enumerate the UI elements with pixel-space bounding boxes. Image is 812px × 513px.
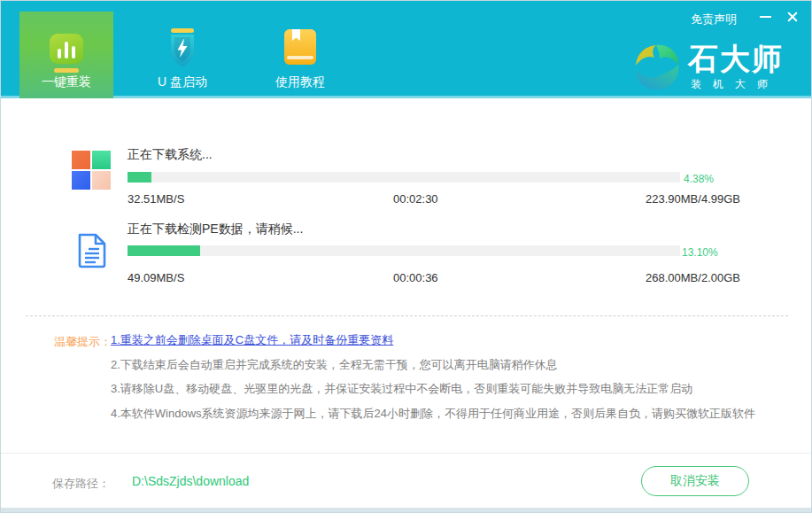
shield-lightning-icon [167, 28, 197, 67]
tip-item-3: 3.请移除U盘、移动硬盘、光驱里的光盘，并保证安装过程中不会断电，否则重装可能失… [111, 377, 755, 401]
tip-item-4: 4.本软件Windows系统资源均来源于网上，请下载后24小时删除，不得用于任何… [111, 401, 755, 426]
system-progress-percent: 4.38% [684, 173, 714, 185]
app-logo: 石大师 装机大师 [633, 42, 784, 92]
pe-time-remaining: 00:00:36 [393, 271, 438, 284]
tips-list: 1.重装之前会删除桌面及C盘文件，请及时备份重要资料 2.下载结束后会自动重启并… [111, 328, 755, 425]
pe-progress-fill [128, 245, 200, 256]
bar-chart-icon [50, 34, 83, 64]
system-time-remaining: 00:02:30 [393, 192, 438, 206]
tab-usb-boot[interactable]: U 盘启动 [134, 12, 231, 98]
disclaimer-link[interactable]: 免责声明 [691, 12, 737, 27]
download-system-title: 正在下载系统... [128, 147, 213, 163]
document-icon [76, 232, 108, 269]
pe-download-speed: 49.09MB/S [128, 271, 184, 284]
logo-subtitle: 装机大师 [691, 77, 784, 92]
tips-label: 温馨提示： [54, 334, 112, 350]
pe-download-size: 268.00MB/2.00GB [646, 271, 740, 284]
logo-text: 石大师 装机大师 [688, 42, 784, 92]
tab-label: 使用教程 [251, 74, 349, 90]
app-window: 一键重装 U 盘启动 [0, 0, 812, 513]
tab-one-key-reinstall[interactable]: 一键重装 [19, 12, 113, 98]
dashed-divider [26, 315, 788, 316]
book-icon [283, 28, 317, 66]
tab-underline [54, 68, 79, 73]
footer-divider [1, 453, 811, 454]
system-download-size: 223.90MB/4.99GB [646, 192, 740, 206]
close-button[interactable] [782, 8, 803, 26]
tip-item-1: 1.重装之前会删除桌面及C盘文件，请及时备份重要资料 [111, 328, 755, 353]
logo-title: 石大师 [688, 42, 784, 75]
system-progress-fill [128, 172, 151, 183]
tab-label: U 盘启动 [134, 74, 231, 90]
windows-squares-icon [72, 151, 111, 190]
tab-label: 一键重装 [19, 74, 113, 90]
system-download-speed: 32.51MB/S [128, 192, 184, 206]
cancel-install-button[interactable]: 取消安装 [641, 466, 749, 496]
pe-progress-bar [128, 245, 680, 256]
pe-progress-percent: 13.10% [682, 246, 718, 259]
save-path-label: 保存路径： [52, 476, 110, 492]
window-bottom-edge [1, 508, 811, 512]
save-path-value: D:\SdsZjds\download [132, 474, 249, 488]
minimize-button[interactable] [754, 8, 776, 26]
system-progress-bar [128, 172, 680, 183]
tab-tutorial[interactable]: 使用教程 [251, 12, 349, 98]
swirl-logo-icon [633, 42, 681, 91]
header: 一键重装 U 盘启动 [1, 1, 811, 98]
tip-item-2: 2.下载结束后会自动重启并完成系统的安装，全程无需干预，您可以离开电脑请稍作休息 [111, 353, 755, 377]
minus-icon [760, 16, 771, 18]
download-pe-title: 正在下载检测PE数据，请稍候... [128, 222, 303, 237]
